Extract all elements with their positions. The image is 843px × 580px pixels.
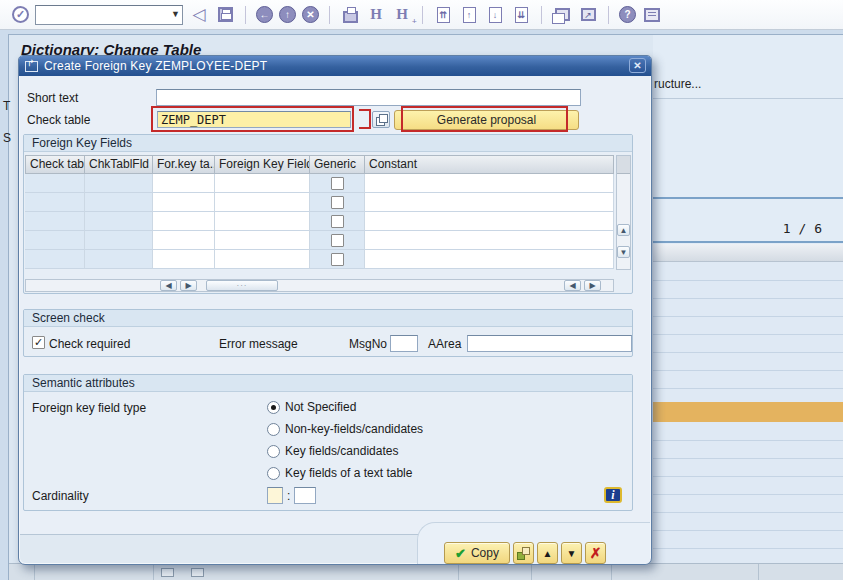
scroll-left-icon[interactable]: ◀ xyxy=(564,280,581,291)
append-structure-button-clipped[interactable]: ructure... xyxy=(654,77,701,91)
info-icon[interactable]: i xyxy=(604,487,622,503)
toolbar-separator xyxy=(541,6,542,24)
move-down-icon[interactable]: ▼ xyxy=(561,542,582,564)
nav-back-icon[interactable]: ← xyxy=(256,6,273,23)
column-header[interactable]: Foreign Key Field xyxy=(215,155,310,174)
fk-cell[interactable] xyxy=(85,231,153,250)
radio-option-non-key-fields[interactable]: Non-key-fields/candidates xyxy=(267,422,423,436)
cancel-icon[interactable]: ✗ xyxy=(585,542,606,564)
fk-cell[interactable] xyxy=(25,174,85,193)
back-icon[interactable]: ◁ xyxy=(189,5,209,25)
short-text-input[interactable] xyxy=(156,89,581,106)
command-dropdown-icon[interactable]: ▼ xyxy=(171,9,180,19)
fk-cell[interactable] xyxy=(25,193,85,212)
fk-cell[interactable] xyxy=(153,174,215,193)
cardinality-right-input[interactable] xyxy=(294,487,316,504)
scroll-right-icon[interactable]: ▶ xyxy=(180,280,197,291)
page-up-icon[interactable]: ↑ xyxy=(459,5,479,25)
check-required-checkbox[interactable]: ✓ xyxy=(32,336,45,349)
radio-icon[interactable] xyxy=(267,423,280,436)
column-header[interactable]: Check table xyxy=(25,155,85,174)
vertical-scrollbar[interactable]: ▲ ▼ xyxy=(616,155,631,270)
copy-button[interactable]: ✔ Copy xyxy=(444,542,510,564)
choose-icon[interactable] xyxy=(513,542,534,564)
column-header[interactable]: Constant xyxy=(365,155,614,174)
generic-checkbox[interactable] xyxy=(331,177,344,190)
fk-cell[interactable] xyxy=(25,250,85,269)
scroll-top-icon[interactable]: ⇈ xyxy=(433,5,453,25)
fk-cell[interactable] xyxy=(215,231,310,250)
radio-option-key-fields-text-table[interactable]: Key fields of a text table xyxy=(267,466,412,480)
fk-cell[interactable] xyxy=(215,212,310,231)
generic-checkbox[interactable] xyxy=(331,215,344,228)
page-down-icon[interactable]: ↓ xyxy=(485,5,505,25)
msgno-input[interactable] xyxy=(390,335,418,352)
toolbar-separator xyxy=(422,6,423,24)
fk-cell[interactable] xyxy=(365,212,614,231)
radio-icon[interactable] xyxy=(267,445,280,458)
toolbar-separator xyxy=(245,6,246,24)
scroll-up-icon[interactable]: ▲ xyxy=(617,224,630,236)
close-icon[interactable]: ✕ xyxy=(629,58,646,73)
column-header[interactable]: Generic xyxy=(310,155,365,174)
dialog-titlebar[interactable]: Create Foreign Key ZEMPLOYEE-DEPT ✕ xyxy=(19,56,651,76)
radio-icon[interactable] xyxy=(267,401,280,414)
fk-cell[interactable] xyxy=(215,174,310,193)
scroll-right-icon[interactable]: ▶ xyxy=(584,280,601,291)
column-header[interactable]: ChkTablFld xyxy=(85,155,153,174)
scroll-down-icon[interactable]: ▼ xyxy=(617,246,630,258)
fk-cell[interactable] xyxy=(85,174,153,193)
command-input[interactable] xyxy=(35,5,183,25)
print-icon[interactable] xyxy=(340,5,360,25)
fk-cell[interactable] xyxy=(85,250,153,269)
customize-layout-icon[interactable] xyxy=(642,5,662,25)
fk-cell[interactable] xyxy=(153,231,215,250)
fk-cell[interactable] xyxy=(25,231,85,250)
fk-cell[interactable] xyxy=(365,174,614,193)
generic-checkbox[interactable] xyxy=(331,253,344,266)
help-icon[interactable]: ? xyxy=(619,6,636,23)
check-table-input[interactable] xyxy=(157,111,351,128)
radio-icon[interactable] xyxy=(267,467,280,480)
command-field[interactable]: ▼ xyxy=(35,5,183,25)
fk-cell[interactable] xyxy=(215,250,310,269)
fk-cell[interactable] xyxy=(153,212,215,231)
value-help-icon[interactable] xyxy=(372,111,390,128)
fk-cell[interactable] xyxy=(85,193,153,212)
save-icon[interactable] xyxy=(215,5,235,25)
radio-option-key-fields[interactable]: Key fields/candidates xyxy=(267,444,398,458)
radio-option-not-specified[interactable]: Not Specified xyxy=(267,400,356,414)
move-up-icon[interactable]: ▲ xyxy=(537,542,558,564)
cardinality-separator: : xyxy=(287,489,290,503)
new-session-icon[interactable] xyxy=(552,5,572,25)
short-text-label: Short text xyxy=(27,91,78,105)
fk-cell[interactable] xyxy=(365,193,614,212)
generic-checkbox[interactable] xyxy=(331,234,344,247)
fk-cell[interactable] xyxy=(153,250,215,269)
generate-proposal-button[interactable]: Generate proposal xyxy=(394,110,579,130)
aarea-input[interactable] xyxy=(467,335,632,352)
column-header[interactable]: For.key ta... xyxy=(153,155,215,174)
fk-cell[interactable] xyxy=(365,250,614,269)
scroll-bottom-icon[interactable]: ⇊ xyxy=(511,5,531,25)
nav-cancel-icon[interactable]: ✕ xyxy=(302,6,319,23)
fk-cell[interactable] xyxy=(215,193,310,212)
generic-checkbox[interactable] xyxy=(331,196,344,209)
toolbar-separator xyxy=(608,6,609,24)
fk-cell[interactable] xyxy=(365,231,614,250)
scroll-left-icon[interactable]: ◀ xyxy=(160,280,177,291)
find-next-icon[interactable]: H+ xyxy=(392,5,412,25)
create-shortcut-icon[interactable]: ↗ xyxy=(578,5,598,25)
check-icon: ✔ xyxy=(455,546,466,561)
nav-exit-icon[interactable]: ↑ xyxy=(279,6,296,23)
enter-icon[interactable]: ✓ xyxy=(12,6,29,23)
scrollbar-thumb[interactable]: ··· xyxy=(206,280,278,291)
horizontal-scrollbar[interactable]: ◀ ▶ ··· ◀ ▶ xyxy=(25,279,614,292)
fk-cell[interactable] xyxy=(153,193,215,212)
cardinality-left-input[interactable] xyxy=(267,487,283,504)
table-row xyxy=(25,231,614,250)
background-bottom-row xyxy=(9,563,843,580)
find-icon[interactable]: H xyxy=(366,5,386,25)
fk-cell[interactable] xyxy=(25,212,85,231)
fk-cell[interactable] xyxy=(85,212,153,231)
